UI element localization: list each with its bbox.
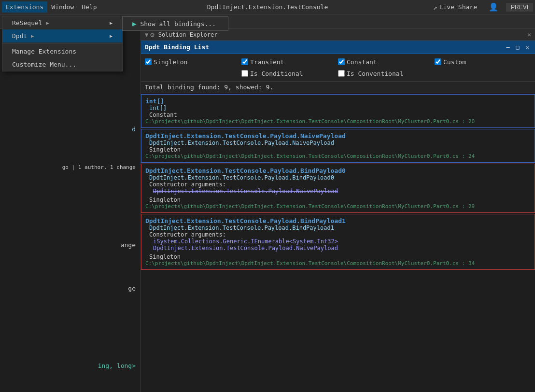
filter-is-conventional[interactable]: Is Conventional <box>338 70 435 77</box>
editor-gutter <box>0 29 141 392</box>
live-share-icon: ↗ <box>433 3 437 11</box>
show-all-label: Show all bindings... <box>140 20 216 28</box>
show-all-icon: ▶ <box>132 20 136 28</box>
filter-row-1: Singleton Transient Constant Custom <box>145 56 531 68</box>
dpdt-submenu: ▶ Show all bindings... <box>122 16 228 31</box>
entry-4-subtitle: DpdtInject.Extension.TestConsole.Payload… <box>145 224 531 231</box>
entry-1-mode: Constant <box>145 112 531 118</box>
binding-entry-4[interactable]: DpdtInject.Extension.TestConsole.Payload… <box>141 214 535 270</box>
constant-label: Constant <box>347 58 377 66</box>
binding-list-header: Dpdt Binding List — □ ✕ <box>141 41 535 54</box>
entry-4-mode: Singleton <box>145 253 531 260</box>
sol-exp-icons: ✕ <box>527 31 531 38</box>
entry-2-mode: Singleton <box>145 146 531 153</box>
binding-entry-1[interactable]: int[] int[] Constant C:\projects\github\… <box>141 94 535 128</box>
is-conditional-label: Is Conditional <box>250 70 303 77</box>
extensions-menu-wrapper: Extensions ReSequel ▶ Dpdt ▶ ▶ Show all … <box>2 1 47 13</box>
manage-ext-label: Manage Extensions <box>12 48 76 55</box>
filter-is-conditional[interactable]: Is Conditional <box>241 70 338 77</box>
entry-3-constructor-label: Constructor arguments: <box>145 181 531 188</box>
live-share-button[interactable]: ↗ Live Share <box>429 2 481 12</box>
custom-label: Custom <box>443 58 466 66</box>
filter-bar: Singleton Transient Constant Custom <box>141 54 535 82</box>
show-all-bindings-item[interactable]: ▶ Show all bindings... <box>123 17 228 30</box>
close-panel-icon[interactable]: ✕ <box>523 43 531 51</box>
is-conditional-checkbox[interactable] <box>241 70 248 77</box>
extensions-dropdown: ReSequel ▶ Dpdt ▶ ▶ Show all bindings...… <box>2 16 123 71</box>
binding-list-container: Dpdt Binding List — □ ✕ Singleton Tran <box>141 41 535 392</box>
extensions-menu[interactable]: Extensions <box>2 1 47 13</box>
status-text: Total binding found: 9, showed: 9. <box>145 84 273 91</box>
customize-menu-item[interactable]: Customize Menu... <box>2 58 122 71</box>
transient-checkbox[interactable] <box>241 58 248 65</box>
binding-list-title: Dpdt Binding List <box>145 43 209 51</box>
dpdt-arrow-icon: ▶ <box>31 33 34 39</box>
entry-4-constructor-label: Constructor arguments: <box>145 231 531 238</box>
binding-entries-scroll[interactable]: int[] int[] Constant C:\projects\github\… <box>141 93 535 392</box>
entry-4-arg-1: iSystem.Collections.Generic.IEnumerable<… <box>145 238 531 245</box>
singleton-checkbox[interactable] <box>145 58 152 65</box>
restore-icon[interactable]: □ <box>514 43 521 51</box>
is-conventional-checkbox[interactable] <box>338 70 345 77</box>
customize-label: Customize Menu... <box>12 61 76 68</box>
entry-1-path: C:\projects\github\DpdtInject\DpdtInject… <box>145 118 531 125</box>
filter-singleton[interactable]: Singleton <box>145 58 241 66</box>
resequel-menu-item[interactable]: ReSequel ▶ <box>2 16 122 29</box>
singleton-label: Singleton <box>154 58 187 66</box>
minimize-icon[interactable]: — <box>504 43 512 51</box>
entry-2-path: C:\projects\github\DpdtInject\DpdtInject… <box>145 153 531 159</box>
arrow-icon: ▶ <box>46 20 49 26</box>
editor-snippet-2: go | 1 author, 1 change <box>62 164 136 170</box>
filter-constant[interactable]: Constant <box>338 58 435 66</box>
entry-3-arg-1: DpdtInject.Extension.TestConsole.Payload… <box>145 188 531 195</box>
entry-4-title: DpdtInject.Extension.TestConsole.Payload… <box>145 217 531 224</box>
binding-status: Total binding found: 9, showed: 9. <box>141 82 535 93</box>
preview-button[interactable]: PREVI <box>506 3 533 12</box>
main-layout: d go | 1 author, 1 change ange ge ing, l… <box>0 29 535 392</box>
entry-3-path: C:\projects\github\DpdtInject\DpdtInject… <box>145 203 531 210</box>
is-conventional-label: Is Conventional <box>347 70 403 77</box>
entry-1-title: int[] <box>145 98 531 105</box>
binding-entry-2[interactable]: DpdtInject.Extension.TestConsole.Payload… <box>141 129 535 163</box>
dpdt-label: Dpdt <box>12 32 27 40</box>
entry-2-title: DpdtInject.Extension.TestConsole.Payload… <box>145 132 531 140</box>
sol-exp-close-icon[interactable]: ✕ <box>527 31 531 38</box>
entry-2-subtitle: DpdtInject.Extension.TestConsole.Payload… <box>145 140 531 146</box>
editor-snippet-5: ing, long> <box>98 362 136 369</box>
constant-checkbox[interactable] <box>338 58 345 65</box>
filter-row-2: Is Conditional Is Conventional <box>145 68 531 79</box>
transient-label: Transient <box>250 58 284 66</box>
filter-transient[interactable]: Transient <box>241 58 338 66</box>
entry-1-subtitle: int[] <box>145 105 531 112</box>
sol-exp-chevron[interactable]: ▼ <box>145 31 148 38</box>
editor-snippet-1: d <box>132 126 136 133</box>
custom-checkbox[interactable] <box>435 58 441 65</box>
right-panel: ▼ ⚙ Solution Explorer ✕ Dpdt Binding Lis… <box>141 29 535 392</box>
editor-area[interactable]: d go | 1 author, 1 change ange ge ing, l… <box>0 29 141 392</box>
live-share-label: Live Share <box>439 3 477 11</box>
window-menu[interactable]: Window <box>47 1 78 13</box>
window-title: DpdtInject.Extension.TestConsole <box>207 3 328 11</box>
entry-4-path: C:\projects\github\DpdtInject\DpdtInject… <box>145 260 531 266</box>
entry-4-arg-2: DpdtInject.Extension.TestConsole.Payload… <box>145 245 531 252</box>
menu-bar: Extensions ReSequel ▶ Dpdt ▶ ▶ Show all … <box>0 0 535 14</box>
entry-3-title: DpdtInject.Extension.TestConsole.Payload… <box>145 167 531 174</box>
editor-snippet-4: ge <box>128 285 136 292</box>
help-menu[interactable]: Help <box>78 1 100 13</box>
sol-exp-gear-icon[interactable]: ⚙ <box>150 31 154 39</box>
menu-divider <box>2 43 122 44</box>
entry-3-subtitle: DpdtInject.Extension.TestConsole.Payload… <box>145 174 531 181</box>
filter-custom[interactable]: Custom <box>435 58 531 66</box>
entry-3-mode: Singleton <box>145 196 531 203</box>
manage-extensions-item[interactable]: Manage Extensions <box>2 45 122 58</box>
binding-entry-3[interactable]: DpdtInject.Extension.TestConsole.Payload… <box>141 164 535 213</box>
solution-explorer-title: Solution Explorer <box>158 31 218 38</box>
resequel-label: ReSequel <box>12 19 42 27</box>
editor-snippet-3: ange <box>121 241 136 249</box>
profile-icon[interactable]: 👤 <box>489 2 498 12</box>
header-icons: — □ ✕ <box>504 43 531 51</box>
dpdt-menu-item[interactable]: Dpdt ▶ ▶ Show all bindings... <box>2 29 122 42</box>
profile-area: 👤 <box>485 2 502 12</box>
